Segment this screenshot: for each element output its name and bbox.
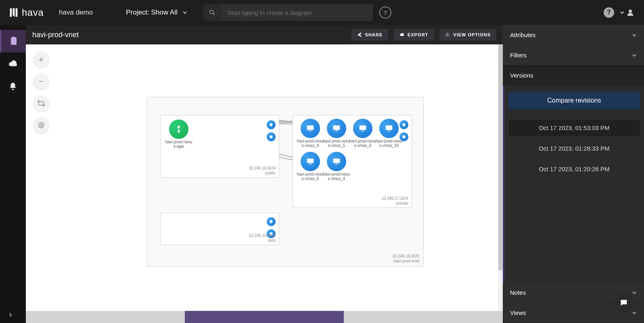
vnet-label: 10.245.16.0/20 havi-prod-vnet: [392, 254, 419, 264]
node-vmss-1[interactable]: havi-prod-nexus-vmss_5: [322, 119, 351, 148]
subnet-public[interactable]: havi-prod-nexus-agw 10.245.16.0/24 publi…: [160, 115, 279, 178]
panel-versions-label: Versions: [510, 72, 533, 79]
svg-rect-2: [11, 38, 17, 45]
svg-rect-13: [335, 131, 338, 132]
svg-rect-15: [362, 131, 364, 132]
route-table-icon[interactable]: [267, 132, 276, 141]
rail-expand-toggle[interactable]: [8, 312, 13, 319]
svg-rect-14: [360, 126, 366, 130]
versions-body: Compare revisions Oct 17 2023, 01:53:03 …: [503, 86, 644, 283]
action-buttons: Share Export View Options: [351, 29, 496, 40]
svg-point-4: [447, 34, 448, 36]
subnet-private[interactable]: havi-prod-nexus-vmss_4 havi-prod-nexus-v…: [293, 115, 412, 208]
panel-filters[interactable]: Filters: [503, 45, 644, 65]
hava-logo-icon: [8, 7, 19, 18]
clipboard-icon: [9, 36, 19, 46]
subnet-private-label: 10.245.17.0/24 private: [381, 196, 408, 206]
node-vmss-4[interactable]: havi-prod-nexus-vmss_8: [296, 152, 324, 181]
footer-seg-1[interactable]: [185, 311, 344, 323]
bell-icon: [8, 82, 17, 91]
svg-rect-3: [12, 37, 15, 38]
node-vmss-0[interactable]: havi-prod-nexus-vmss_4: [296, 119, 324, 148]
right-panel: Attributes Filters Versions Compare revi…: [503, 25, 644, 323]
footer-seg-2[interactable]: [344, 311, 503, 323]
node-agw[interactable]: havi-prod-nexus-agw: [165, 120, 193, 149]
center-icon: [38, 122, 45, 129]
main: havi-prod-vnet Share Export View Options…: [26, 25, 503, 323]
app-gateway-icon: [174, 124, 184, 134]
zoom-out-button[interactable]: −: [33, 73, 49, 90]
search-input[interactable]: [221, 4, 373, 21]
footer-seg-0[interactable]: [26, 311, 185, 323]
share-button[interactable]: Share: [351, 29, 389, 40]
subnet-private-name: private: [381, 201, 408, 206]
subnet-data-name: data: [249, 238, 276, 243]
agw-label: havi-prod-nexus-agw: [165, 140, 193, 149]
node-vmss-2[interactable]: havi-prod-nexus-vmss_6: [349, 119, 377, 148]
zoom-in-button[interactable]: +: [33, 52, 49, 68]
help-icon[interactable]: ?: [604, 7, 614, 18]
vmss-label: havi-prod-nexus-vmss_4: [322, 172, 351, 181]
zoom-controls: + −: [33, 52, 49, 133]
rail-sources[interactable]: [0, 52, 26, 75]
subnet-data[interactable]: 10.245.18.0/24 data: [160, 213, 279, 245]
version-item-2[interactable]: Oct 17 2023, 01:20:26 PM: [508, 161, 640, 177]
vmss-label: havi-prod-nexus-vmss_6: [349, 139, 377, 148]
panel-notes-label: Notes: [510, 289, 526, 296]
version-item-0[interactable]: Oct 17 2023, 01:53:03 PM: [508, 120, 640, 136]
zoom-fit-button[interactable]: [33, 95, 49, 111]
search: [203, 4, 373, 21]
svg-rect-17: [388, 131, 390, 132]
topbar: hava hava demo Project: Show All ? ?: [0, 0, 644, 25]
org-name[interactable]: hava demo: [59, 8, 93, 17]
version-item-1[interactable]: Oct 17 2023, 01:28:33 PM: [508, 140, 640, 157]
chevron-down-icon: [632, 310, 637, 315]
svg-rect-10: [307, 126, 314, 130]
nsg-icon[interactable]: [267, 217, 276, 226]
nsg-icon[interactable]: [267, 120, 276, 129]
download-cloud-icon: [399, 32, 404, 37]
svg-rect-16: [386, 126, 393, 130]
brand-text: hava: [22, 7, 44, 18]
vnet-name: havi-prod-vnet: [392, 259, 419, 264]
node-vmss-5[interactable]: havi-prod-nexus-vmss_4: [322, 152, 351, 181]
chat-fab[interactable]: [614, 293, 634, 313]
panel-versions[interactable]: Versions: [503, 65, 644, 86]
vmss-label: havi-prod-nexus-vmss_8: [296, 172, 324, 181]
project-label: Project: Show All: [126, 8, 178, 17]
svg-point-0: [210, 10, 213, 14]
svg-rect-8: [270, 136, 273, 138]
vm-icon: [306, 157, 315, 166]
canvas-scrollbar[interactable]: [498, 44, 503, 311]
chevron-down-icon: [632, 290, 637, 295]
vnet-cidr: 10.245.16.0/20: [392, 254, 419, 259]
panel-attributes[interactable]: Attributes: [503, 25, 644, 45]
compare-revisions-button[interactable]: Compare revisions: [508, 92, 640, 109]
diagram-title: havi-prod-vnet: [32, 31, 79, 39]
diagram-canvas[interactable]: + −: [26, 44, 503, 311]
brand-logo[interactable]: hava: [8, 7, 44, 18]
search-button[interactable]: [203, 4, 221, 21]
vm-icon: [332, 124, 341, 133]
project-dropdown[interactable]: Project: Show All: [121, 6, 192, 19]
scroll-thumb[interactable]: [498, 44, 502, 271]
vm-icon: [358, 124, 367, 133]
node-vmss-3[interactable]: havi-prod-nexus-vmss_10: [375, 119, 403, 148]
svg-rect-11: [309, 131, 312, 132]
vnet-container[interactable]: havi-prod-nexus-agw 10.245.16.0/24 publi…: [147, 97, 424, 266]
search-help-icon[interactable]: ?: [379, 6, 391, 19]
zoom-center-button[interactable]: [33, 117, 49, 133]
subnet-data-label: 10.245.18.0/24 data: [249, 233, 276, 243]
rail-alerts[interactable]: [0, 75, 26, 98]
vmss-label: havi-prod-nexus-vmss_4: [296, 139, 324, 148]
export-button[interactable]: Export: [394, 29, 434, 40]
panel-views-label: Views: [510, 309, 526, 316]
subnet-public-cidr: 10.245.16.0/24: [249, 166, 276, 171]
svg-rect-20: [333, 159, 340, 163]
chevron-right-icon: [8, 313, 13, 317]
vmss-label: havi-prod-nexus-vmss_10: [375, 139, 403, 148]
left-rail: [0, 25, 26, 323]
rail-environments[interactable]: [0, 30, 26, 52]
view-options-button[interactable]: View Options: [439, 29, 496, 40]
user-menu[interactable]: [620, 8, 634, 17]
